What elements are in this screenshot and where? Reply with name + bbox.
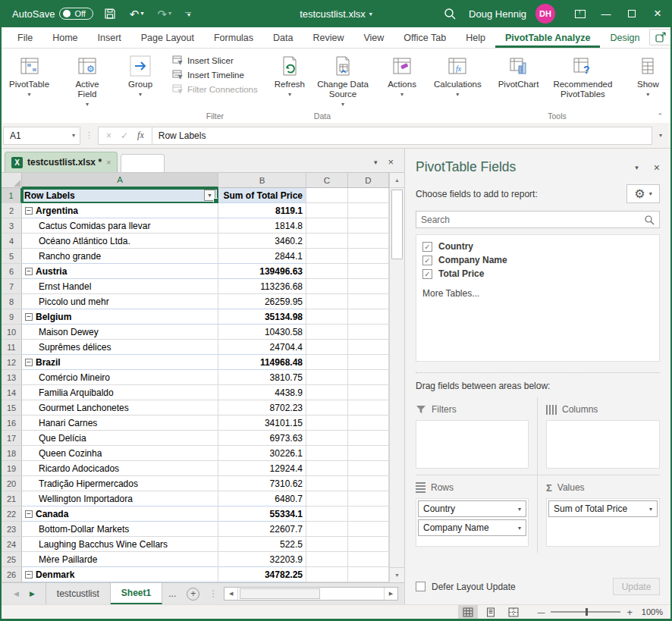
ribbon-tab-pivottable-analyze[interactable]: PivotTable Analyze xyxy=(495,29,601,48)
new-document-tab[interactable] xyxy=(121,154,165,172)
refresh-button[interactable]: Refresh ▾ xyxy=(270,52,309,99)
cell-d26[interactable] xyxy=(348,567,389,582)
next-sheet-button[interactable]: ▶ xyxy=(30,590,35,597)
row-header-14[interactable]: 14 xyxy=(2,385,22,400)
values-area-box[interactable]: Sum of Total Price▾ xyxy=(546,498,660,547)
columns-area-box[interactable] xyxy=(546,420,660,469)
row-header-5[interactable]: 5 xyxy=(2,249,22,264)
collapse-ribbon-button[interactable]: ⌃ xyxy=(657,112,663,120)
cell-b1[interactable]: Sum of Total Price xyxy=(218,188,306,203)
cell-a2[interactable]: −Argentina xyxy=(22,202,218,218)
insert-slicer-button[interactable]: Insert Slicer xyxy=(169,55,261,67)
more-tables-link[interactable]: More Tables... xyxy=(418,281,658,299)
maximize-button[interactable] xyxy=(619,0,645,27)
cell-b18[interactable]: 30226.1 xyxy=(218,446,306,461)
cell-c24[interactable] xyxy=(306,537,348,552)
cell-d5[interactable] xyxy=(348,249,389,264)
cancel-entry-button[interactable]: × xyxy=(106,130,111,141)
cell-b20[interactable]: 7310.62 xyxy=(218,476,306,491)
row-header-16[interactable]: 16 xyxy=(2,416,22,431)
zoom-in-button[interactable]: + xyxy=(626,607,633,618)
cell-a20[interactable]: Tradição Hipermercados xyxy=(22,476,218,491)
rows-area-box[interactable]: Country▾Company Name▾ xyxy=(416,498,529,547)
insert-timeline-button[interactable]: Insert Timeline xyxy=(169,69,261,81)
cell-d23[interactable] xyxy=(348,522,389,537)
title-dropdown-icon[interactable]: ▾ xyxy=(369,11,372,17)
normal-view-button[interactable] xyxy=(458,605,478,619)
row-header-26[interactable]: 26 xyxy=(2,567,22,582)
undo-button[interactable]: ↶▾ xyxy=(127,7,147,21)
ribbon-tab-file[interactable]: File xyxy=(8,29,42,48)
filters-area-box[interactable] xyxy=(416,420,529,469)
cell-d4[interactable] xyxy=(348,234,389,249)
cell-d7[interactable] xyxy=(348,279,389,294)
pane-tools-button[interactable]: ⚙ ▾ xyxy=(626,184,660,203)
row-header-1[interactable]: 1 xyxy=(2,188,22,203)
cell-a12[interactable]: −Brazil xyxy=(22,354,218,370)
recommended-pivottables-button[interactable]: ? Recommended PivotTables xyxy=(545,52,620,100)
cell-d22[interactable] xyxy=(348,507,389,522)
cell-c6[interactable] xyxy=(306,264,348,279)
pill-dropdown-icon[interactable]: ▾ xyxy=(518,506,521,513)
column-header-b[interactable]: B xyxy=(218,173,306,188)
cell-a14[interactable]: Familia Arquibaldo xyxy=(22,385,218,400)
cell-c15[interactable] xyxy=(306,400,348,416)
collapse-icon[interactable]: − xyxy=(25,571,33,579)
save-button[interactable] xyxy=(101,6,119,21)
previous-sheet-button[interactable]: ◀ xyxy=(14,590,19,597)
cell-a26[interactable]: −Denmark xyxy=(22,566,218,582)
zoom-slider[interactable] xyxy=(551,611,620,613)
cell-b21[interactable]: 6480.7 xyxy=(218,491,306,507)
pane-options-dropdown-icon[interactable]: ▾ xyxy=(635,164,639,171)
cell-a25[interactable]: Mère Paillarde xyxy=(22,552,218,567)
cell-c16[interactable] xyxy=(306,416,348,431)
cell-d25[interactable] xyxy=(348,552,389,567)
ribbon-tab-design[interactable]: Design xyxy=(600,29,649,48)
cell-b10[interactable]: 10430.58 xyxy=(218,325,306,340)
cell-c12[interactable] xyxy=(306,355,348,370)
rows-field-pill-country[interactable]: Country▾ xyxy=(418,500,526,517)
search-button[interactable] xyxy=(432,8,469,20)
cell-a9[interactable]: −Belgium xyxy=(22,309,218,325)
vertical-scrollbar[interactable]: ▼ xyxy=(389,188,404,582)
calculations-button[interactable]: fx Calculations ▾ xyxy=(429,52,486,99)
cell-d21[interactable] xyxy=(348,491,389,507)
cell-b23[interactable]: 22607.7 xyxy=(218,522,306,537)
defer-checkbox-icon[interactable] xyxy=(416,582,425,591)
cell-a3[interactable]: Cactus Comidas para llevar xyxy=(22,218,218,234)
cell-a11[interactable]: Suprêmes délices xyxy=(22,340,218,355)
cell-d6[interactable] xyxy=(348,264,389,279)
group-button[interactable]: Group ▾ xyxy=(121,52,160,99)
document-tab-active[interactable]: X testcustlist.xlsx * × xyxy=(5,152,118,172)
row-header-8[interactable]: 8 xyxy=(2,294,22,309)
scroll-right-button[interactable]: ▶ xyxy=(385,588,397,600)
cell-b11[interactable]: 24704.4 xyxy=(218,340,306,355)
filter-connections-button[interactable]: Filter Connections xyxy=(169,83,261,96)
ribbon-tab-home[interactable]: Home xyxy=(42,29,87,48)
collapse-icon[interactable]: − xyxy=(25,313,33,321)
cell-d14[interactable] xyxy=(348,385,389,400)
cell-d2[interactable] xyxy=(348,203,389,218)
cell-a21[interactable]: Wellington Importadora xyxy=(22,491,218,507)
field-item-company-name[interactable]: ✓Company Name xyxy=(418,253,658,267)
vertical-scroll-up-button[interactable]: ▲ xyxy=(389,173,404,188)
cell-c14[interactable] xyxy=(306,385,348,400)
cell-c10[interactable] xyxy=(306,325,348,340)
cell-b13[interactable]: 3810.75 xyxy=(218,370,306,385)
autosave-switch[interactable]: Off xyxy=(59,8,93,20)
collapse-icon[interactable]: − xyxy=(25,510,33,518)
pivotchart-button[interactable]: PivotChart xyxy=(494,52,544,90)
cell-a13[interactable]: Comércio Mineiro xyxy=(22,370,218,385)
cell-a22[interactable]: −Canada xyxy=(22,506,218,522)
row-header-22[interactable]: 22 xyxy=(2,507,22,522)
cell-d9[interactable] xyxy=(348,309,389,325)
cell-d10[interactable] xyxy=(348,325,389,340)
ribbon-tab-view[interactable]: View xyxy=(353,29,394,48)
cell-d20[interactable] xyxy=(348,476,389,491)
horizontal-scrollbar-thumb[interactable] xyxy=(240,588,319,599)
cell-a4[interactable]: Océano Atlántico Ltda. xyxy=(22,234,218,249)
cell-c26[interactable] xyxy=(306,567,348,582)
row-header-3[interactable]: 3 xyxy=(2,218,22,234)
cell-b17[interactable]: 6973.63 xyxy=(218,431,306,446)
vertical-scrollbar-thumb[interactable] xyxy=(391,190,403,259)
